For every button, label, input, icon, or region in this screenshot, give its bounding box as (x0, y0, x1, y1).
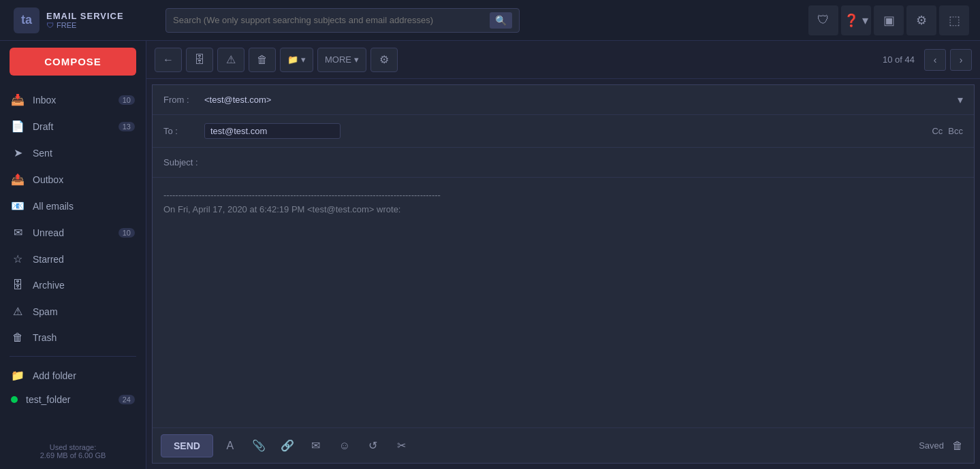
search-wrap: 🔍 (165, 8, 520, 33)
trash-icon: 🗑 (11, 331, 25, 344)
logout-button[interactable]: ⬚ (939, 5, 969, 35)
compose-footer: SEND A 📎 🔗 ✉ ☺ ↺ (153, 427, 974, 463)
folder-dropdown[interactable]: 📁 ▾ (280, 48, 313, 72)
outbox-icon: 📤 (11, 173, 25, 186)
toolbar-settings-button[interactable]: ⚙ (370, 48, 398, 72)
folder-icon: 📁 (287, 54, 298, 65)
link-button[interactable]: 🔗 (276, 434, 299, 457)
add-folder-label: Add folder (33, 370, 76, 381)
emoji-icon: ☺ (339, 440, 350, 452)
sidebar-item-unread[interactable]: ✉ Unread 10 (0, 219, 146, 246)
sidebar-item-starred[interactable]: ☆ Starred (0, 246, 146, 272)
to-input[interactable] (204, 123, 341, 139)
attach-icon: 📎 (252, 439, 266, 452)
draft-badge: 13 (118, 122, 135, 131)
inbox-badge: 10 (118, 95, 135, 105)
sidebar-item-spam[interactable]: ⚠ Spam (0, 298, 146, 325)
compose-area: From : <test@test.com> ▾ To : Cc Bcc Sub… (152, 84, 975, 464)
from-label: From : (163, 95, 204, 105)
top-header: ta EMAIL SERVICE 🛡 FREE 🔍 🛡 ❓ ▾ ▣ ⚙ ⬚ (0, 0, 980, 41)
toolbar: ← 🗄 ⚠ 🗑 📁 ▾ MORE ▾ ⚙ 10 of 44 ‹ › (146, 41, 980, 79)
app-name: EMAIL SERVICE (46, 11, 124, 21)
sidebar-item-outbox[interactable]: 📤 Outbox (0, 166, 146, 193)
compose-body[interactable]: ----------------------------------------… (153, 178, 974, 427)
folder-test[interactable]: test_folder 24 (0, 389, 146, 410)
subject-input[interactable] (204, 157, 963, 167)
draft-label: Draft (33, 121, 110, 132)
search-input[interactable] (173, 15, 490, 25)
delete-draft-icon: 🗑 (952, 440, 963, 451)
from-expand-button[interactable]: ▾ (958, 93, 963, 106)
template-button[interactable]: ✉ (304, 434, 328, 457)
logo-icon: ta (14, 7, 39, 33)
template-icon: ✉ (311, 439, 320, 452)
pagination-info: 10 of 44 (883, 54, 915, 65)
header-icons: 🛡 ❓ ▾ ▣ ⚙ ⬚ (808, 5, 969, 35)
add-folder-button[interactable]: 📁 Add folder (0, 362, 146, 389)
back-button[interactable]: ← (155, 48, 182, 72)
sidebar-item-all-emails[interactable]: 📧 All emails (0, 193, 146, 219)
add-folder-icon: 📁 (11, 369, 25, 382)
send-button[interactable]: SEND (161, 434, 213, 457)
right-content: ← 🗄 ⚠ 🗑 📁 ▾ MORE ▾ ⚙ 10 of 44 ‹ › From : (146, 41, 980, 469)
sent-icon: ➤ (11, 146, 25, 159)
trash-label: Trash (33, 332, 135, 343)
unread-icon: ✉ (11, 226, 25, 239)
tools-button[interactable]: ✂ (390, 434, 413, 457)
shield-icon: 🛡 (46, 21, 54, 29)
all-emails-label: All emails (33, 201, 135, 212)
folder-dropdown-arrow: ▾ (301, 54, 306, 65)
bcc-button[interactable]: Bcc (948, 126, 963, 136)
compose-body-text: ----------------------------------------… (163, 189, 963, 217)
sidebar-item-draft[interactable]: 📄 Draft 13 (0, 113, 146, 140)
cc-button[interactable]: Cc (932, 126, 943, 136)
plan-badge: 🛡 FREE (46, 21, 124, 29)
compose-button[interactable]: COMPOSE (10, 48, 136, 76)
sidebar-item-sent[interactable]: ➤ Sent (0, 140, 146, 166)
unread-badge: 10 (118, 228, 135, 238)
tools-icon: ✂ (397, 439, 406, 452)
help-button[interactable]: ❓ ▾ (841, 5, 871, 35)
search-button[interactable]: 🔍 (490, 12, 512, 29)
subject-label: Subject : (163, 157, 204, 167)
emoji-button[interactable]: ☺ (333, 434, 356, 457)
trash-button[interactable]: 🗑 (249, 48, 276, 72)
link-icon: 🔗 (281, 439, 294, 452)
all-emails-icon: 📧 (11, 199, 25, 212)
main-layout: COMPOSE 📥 Inbox 10 📄 Draft 13 ➤ Sent 📤 O… (0, 41, 980, 469)
archive-icon: 🗄 (11, 279, 25, 291)
subject-field: Subject : (153, 148, 974, 178)
inbox-label: Inbox (33, 95, 110, 106)
sidebar-item-archive[interactable]: 🗄 Archive (0, 272, 146, 298)
from-field: From : <test@test.com> ▾ (153, 85, 974, 115)
to-field: To : Cc Bcc (153, 115, 974, 148)
more-dropdown[interactable]: MORE ▾ (317, 48, 366, 72)
starred-icon: ☆ (11, 253, 25, 265)
folder-name: test_folder (26, 394, 70, 405)
sidebar-item-trash[interactable]: 🗑 Trash (0, 325, 146, 351)
layout-button[interactable]: ▣ (874, 5, 904, 35)
next-page-button[interactable]: › (950, 49, 972, 71)
undo-icon: ↺ (368, 439, 377, 452)
archive-button[interactable]: 🗄 (186, 48, 213, 72)
logo-text-area: EMAIL SERVICE 🛡 FREE (46, 11, 124, 29)
sidebar-divider (10, 356, 136, 357)
sidebar-item-inbox[interactable]: 📥 Inbox 10 (0, 86, 146, 113)
font-button[interactable]: A (219, 434, 242, 457)
draft-icon: 📄 (11, 120, 25, 133)
sent-label: Sent (33, 148, 135, 159)
font-icon: A (227, 440, 234, 452)
undo-button[interactable]: ↺ (362, 434, 385, 457)
spam-button[interactable]: ⚠ (217, 48, 244, 72)
settings-button[interactable]: ⚙ (906, 5, 936, 35)
archive-label: Archive (33, 280, 135, 291)
spam-icon: ⚠ (11, 305, 25, 318)
shield-button[interactable]: 🛡 (808, 5, 838, 35)
search-area: 🔍 (165, 8, 800, 33)
attach-button[interactable]: 📎 (247, 434, 270, 457)
prev-page-button[interactable]: ‹ (924, 49, 946, 71)
unread-label: Unread (33, 227, 110, 238)
delete-draft-button[interactable]: 🗑 (949, 437, 966, 455)
inbox-icon: 📥 (11, 93, 25, 106)
logo-area: ta EMAIL SERVICE 🛡 FREE (11, 7, 157, 33)
